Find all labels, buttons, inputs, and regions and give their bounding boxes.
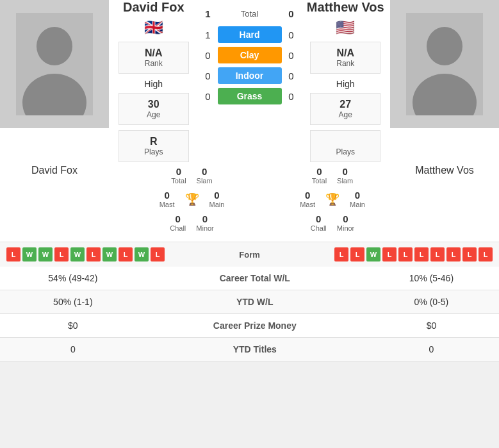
form-badge-l: L (398, 247, 413, 261)
left-main-stat: 0 Main (204, 188, 230, 210)
stat-left-val: 50% (1-1) (0, 290, 146, 314)
stats-row: 54% (49-42) Career Total W/L 10% (5-46) (0, 267, 499, 290)
stat-right-val: 0% (0-5) (364, 290, 499, 314)
indoor-score-right: 0 (282, 71, 301, 81)
stat-right-val: 10% (5-46) (364, 267, 499, 290)
right-player-photo (390, 0, 499, 128)
right-name-below: Matthew Vos (390, 165, 499, 233)
form-section: LWWLWLWLWL Form LLWLLLLLLL (0, 242, 499, 267)
right-plays-val (344, 136, 347, 147)
form-badge-w: W (102, 247, 117, 261)
stat-center-label: Career Prize Money (146, 314, 364, 338)
right-form-badges: LLWLLLLLLL (288, 247, 493, 261)
svg-point-4 (427, 27, 462, 65)
right-slam-stat: 0 Slam (332, 165, 358, 186)
form-badge-l: L (462, 247, 477, 261)
stat-left-val: 54% (49-42) (0, 267, 146, 290)
left-plays-val: R (150, 136, 158, 147)
clay-score-right: 0 (282, 50, 301, 61)
indoor-score-left: 0 (199, 71, 218, 81)
right-age-box: 27 Age (310, 93, 380, 125)
left-name-below: David Fox (0, 165, 109, 233)
left-mast-stat: 0 Mast (154, 188, 180, 210)
center-scores: 1 Total 0 1 Hard 0 0 Clay 0 (199, 0, 301, 165)
form-badge-l: L (119, 247, 133, 261)
right-trophy-icon: 🏆 (325, 192, 339, 206)
left-form-badges: LWWLWLWLWL (6, 247, 211, 261)
surface-row-hard: 1 Hard 0 (199, 26, 301, 43)
left-player-flag: 🇬🇧 (144, 19, 163, 37)
right-mast-stat: 0 Mast (295, 188, 320, 210)
surface-rows: 1 Hard 0 0 Clay 0 0 Indoor 0 (199, 24, 301, 106)
hard-score-left: 1 (199, 29, 218, 40)
total-label: Total (218, 9, 282, 19)
svg-point-1 (37, 27, 72, 65)
form-badge-l: L (430, 247, 445, 261)
form-badge-l: L (350, 247, 364, 261)
stat-center-label: YTD W/L (146, 290, 364, 314)
clay-badge: Clay (218, 47, 282, 63)
right-age-label: Age (339, 110, 352, 119)
form-badge-w: W (38, 247, 53, 261)
right-player-info: Matthew Vos 🇺🇸 N/A Rank High 27 Age Play… (301, 0, 391, 165)
stat-right-val: $0 (364, 314, 499, 338)
form-badge-l: L (334, 247, 348, 261)
form-badge-w: W (22, 247, 37, 261)
left-high: High (144, 79, 163, 89)
left-plays-box: R Plays (119, 130, 189, 162)
right-main-stat: 0 Main (345, 188, 370, 210)
form-badge-l: L (151, 247, 165, 261)
right-rank-label: Rank (336, 59, 354, 68)
indoor-badge: Indoor (218, 67, 282, 84)
main-container: David Fox 🇬🇧 N/A Rank High 30 Age R Play… (0, 0, 499, 361)
left-rank-val: N/A (145, 47, 163, 59)
right-plays-label: Plays (336, 147, 355, 156)
left-age-label: Age (147, 110, 160, 119)
right-total-stat: 0 Total (307, 165, 332, 186)
left-player-photo (0, 0, 109, 128)
grass-badge: Grass (218, 88, 282, 104)
left-age-box: 30 Age (119, 93, 189, 125)
hard-badge: Hard (218, 26, 282, 43)
player-names-row: David Fox 0 Total 0 Slam 0 Mast 🏆 (0, 165, 499, 238)
left-trophy-icon: 🏆 (185, 192, 199, 206)
left-total-stat: 0 Total (166, 165, 191, 186)
form-badge-l: L (86, 247, 101, 261)
player-comparison: David Fox 🇬🇧 N/A Rank High 30 Age R Play… (0, 0, 499, 165)
stat-left-val: $0 (0, 314, 146, 338)
grass-score-right: 0 (282, 91, 301, 102)
right-player-flag: 🇺🇸 (336, 19, 355, 37)
stat-right-val: 0 (364, 338, 499, 361)
left-plays-label: Plays (144, 147, 163, 156)
right-high: High (336, 79, 355, 89)
form-badge-w: W (135, 247, 149, 261)
surface-row-grass: 0 Grass 0 (199, 88, 301, 104)
stat-left-val: 0 (0, 338, 146, 361)
right-minor-stat: 0 Minor (332, 212, 360, 233)
total-right: 0 (282, 8, 301, 19)
right-player-name: Matthew Vos (307, 0, 384, 15)
left-player-info: David Fox 🇬🇧 N/A Rank High 30 Age R Play… (109, 0, 199, 165)
right-stats-below: 0 Total 0 Slam 0 Mast 🏆 0 Main (275, 165, 390, 233)
stat-center-label: Career Total W/L (146, 267, 364, 290)
total-row: 1 Total 0 (199, 8, 301, 19)
left-stats-below: 0 Total 0 Slam 0 Mast 🏆 0 Main (135, 165, 250, 233)
left-age-val: 30 (148, 99, 160, 110)
right-rank-box: N/A Rank (310, 42, 380, 74)
form-badge-w: W (70, 247, 85, 261)
form-badge-w: W (366, 247, 380, 261)
form-label: Form (211, 250, 288, 260)
right-chall-stat: 0 Chall (306, 212, 332, 233)
grass-score-left: 0 (199, 91, 218, 102)
stat-center-label: YTD Titles (146, 338, 364, 361)
total-left: 1 (199, 8, 218, 19)
stats-row: 50% (1-1) YTD W/L 0% (0-5) (0, 290, 499, 314)
stats-row: 0 YTD Titles 0 (0, 338, 499, 361)
right-plays-box: Plays (310, 130, 380, 162)
stats-row: $0 Career Prize Money $0 (0, 314, 499, 338)
right-age-val: 27 (339, 99, 351, 110)
form-badge-l: L (479, 247, 493, 261)
surface-row-clay: 0 Clay 0 (199, 47, 301, 63)
form-badge-l: L (382, 247, 397, 261)
left-slam-stat: 0 Slam (192, 165, 218, 186)
